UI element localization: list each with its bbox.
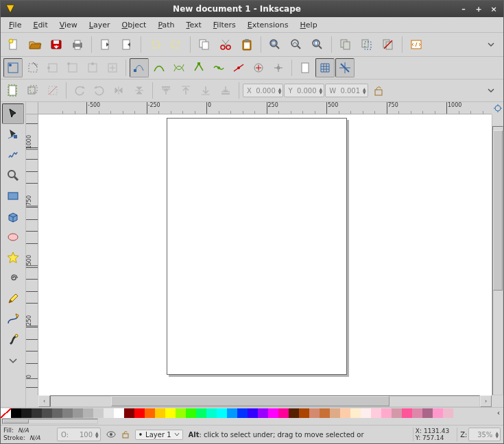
bezier-tool[interactable]	[2, 309, 24, 330]
rectangle-tool[interactable]	[2, 186, 24, 206]
menu-view[interactable]: View	[54, 18, 83, 32]
menu-edit[interactable]: Edit	[27, 18, 53, 32]
snap-rotcenter-icon[interactable]	[269, 58, 288, 77]
snap-intersect-icon[interactable]	[169, 58, 189, 77]
swatch-000000[interactable]	[11, 408, 21, 418]
swatch-666666[interactable]	[52, 408, 62, 418]
menu-layer[interactable]: Layer	[84, 18, 116, 32]
swatch-ffcc00[interactable]	[155, 408, 165, 418]
guide-lock-icon[interactable]	[492, 102, 503, 114]
snap-node-icon[interactable]	[130, 58, 149, 77]
menu-file[interactable]: File	[3, 18, 27, 32]
toolbar-overflow-chevron[interactable]	[481, 35, 501, 54]
select-all-icon[interactable]	[3, 81, 23, 100]
calligraphy-tool[interactable]	[2, 330, 24, 350]
swatch-ff6600[interactable]	[145, 408, 155, 418]
swatch-00ff66[interactable]	[196, 408, 206, 418]
swatch-eebbcc[interactable]	[443, 408, 453, 418]
w-spinbox[interactable]: W0.001▲▼	[325, 84, 368, 97]
box3d-tool[interactable]	[2, 206, 24, 227]
menu-extensions[interactable]: Extensions	[242, 18, 294, 32]
swatch-999999[interactable]	[73, 408, 83, 418]
swatch-808080[interactable]	[62, 408, 73, 418]
swatch-ffeeee[interactable]	[361, 408, 371, 418]
menu-text[interactable]: Text	[181, 18, 207, 32]
swatch-aa6688[interactable]	[422, 408, 433, 418]
layer-lock-icon[interactable]	[121, 430, 130, 439]
swatch-9900ff[interactable]	[258, 408, 268, 418]
menu-object[interactable]: Object	[117, 18, 152, 32]
more-tools[interactable]	[2, 350, 24, 371]
swatch-ffaacc[interactable]	[381, 408, 392, 418]
horizontal-scrollbar[interactable]	[50, 395, 480, 407]
select-layers-icon[interactable]	[23, 81, 43, 100]
snap-line-mid-icon[interactable]	[229, 58, 248, 77]
x-spinbox[interactable]: X0.000▲▼	[243, 84, 283, 97]
ruler-horizontal[interactable]: -500-25002505007501000	[38, 102, 492, 114]
swatch-ff5599[interactable]	[402, 408, 412, 418]
hscroll-right-button[interactable]: ›	[480, 395, 492, 407]
swatch-33ff00[interactable]	[186, 408, 196, 418]
zoom-drawing-icon[interactable]	[286, 34, 307, 55]
snap-page-icon[interactable]	[296, 58, 315, 77]
new-icon[interactable]	[3, 34, 24, 55]
zoom-tool[interactable]	[2, 165, 24, 186]
paste-icon[interactable]	[237, 34, 257, 55]
palette-scrollbar[interactable]	[1, 418, 503, 425]
swatch-ffccaa[interactable]	[340, 408, 350, 418]
swatch-ff0000[interactable]	[134, 408, 145, 418]
swatch-d499a8[interactable]	[392, 408, 402, 418]
swatch-0033ff[interactable]	[237, 408, 248, 418]
minimize-button[interactable]: –	[458, 3, 469, 14]
swatch-552200[interactable]	[289, 408, 299, 418]
open-icon[interactable]	[25, 34, 45, 55]
swatch-c87137[interactable]	[320, 408, 330, 418]
swatch-4d4d4d[interactable]	[42, 408, 52, 418]
swatch-e6e6e6[interactable]	[104, 408, 114, 418]
swatch-00ffff[interactable]	[217, 408, 227, 418]
swatch-ffccdd[interactable]	[371, 408, 381, 418]
duplicate-icon[interactable]	[335, 34, 356, 55]
swatch-3300ff[interactable]	[248, 408, 258, 418]
swatch-ff00ff[interactable]	[268, 408, 278, 418]
swatch-none[interactable]	[1, 408, 11, 418]
export-icon[interactable]	[117, 34, 137, 55]
swatch-ffeecc[interactable]	[350, 408, 361, 418]
pencil-tool[interactable]	[2, 288, 24, 309]
layer-selector[interactable]: •Layer 1	[135, 430, 183, 440]
import-icon[interactable]	[95, 34, 116, 55]
vertical-scrollbar[interactable]	[492, 114, 503, 395]
swatch-ffff00[interactable]	[165, 408, 176, 418]
cut-icon[interactable]	[215, 34, 236, 55]
snap-bbox-icon[interactable]	[23, 58, 43, 77]
snap-guide-icon[interactable]	[335, 58, 355, 77]
zoom-page-icon[interactable]	[307, 34, 328, 55]
swatch-ff99cc[interactable]	[433, 408, 443, 418]
tweak-tool[interactable]	[2, 145, 24, 165]
ruler-vertical[interactable]: 02505007501000	[26, 114, 38, 395]
menu-path[interactable]: Path	[152, 18, 180, 32]
menu-filters[interactable]: Filters	[208, 18, 241, 32]
swatch-0099ff[interactable]	[227, 408, 237, 418]
spiral-tool[interactable]	[2, 268, 24, 288]
zoom-fit-icon[interactable]	[265, 34, 285, 55]
swatch-b3b3b3[interactable]	[83, 408, 93, 418]
swatch-dd88aa[interactable]	[412, 408, 422, 418]
opacity-spinbox[interactable]: O: 100 ▲▼	[57, 428, 101, 441]
swatch-aa4400[interactable]	[299, 408, 309, 418]
toolbar-overflow-chevron[interactable]	[481, 81, 501, 100]
layer-visibility-icon[interactable]	[106, 430, 116, 439]
swatch-1a1a1a[interactable]	[21, 408, 32, 418]
swatch-00ffcc[interactable]	[206, 408, 217, 418]
snap-object-mid-icon[interactable]	[249, 58, 268, 77]
snap-enable-icon[interactable]	[3, 58, 23, 77]
zoom-control[interactable]: Z: 35%▲▼	[457, 428, 501, 441]
swatch-ff0099[interactable]	[278, 408, 289, 418]
snap-path-icon[interactable]	[149, 58, 169, 77]
y-spinbox[interactable]: Y0.000▲▼	[284, 84, 324, 97]
save-icon[interactable]	[46, 34, 67, 55]
swatch-d48a6e[interactable]	[309, 408, 320, 418]
print-icon[interactable]	[67, 34, 88, 55]
star-tool[interactable]	[2, 247, 24, 268]
swatch-333333[interactable]	[32, 408, 42, 418]
